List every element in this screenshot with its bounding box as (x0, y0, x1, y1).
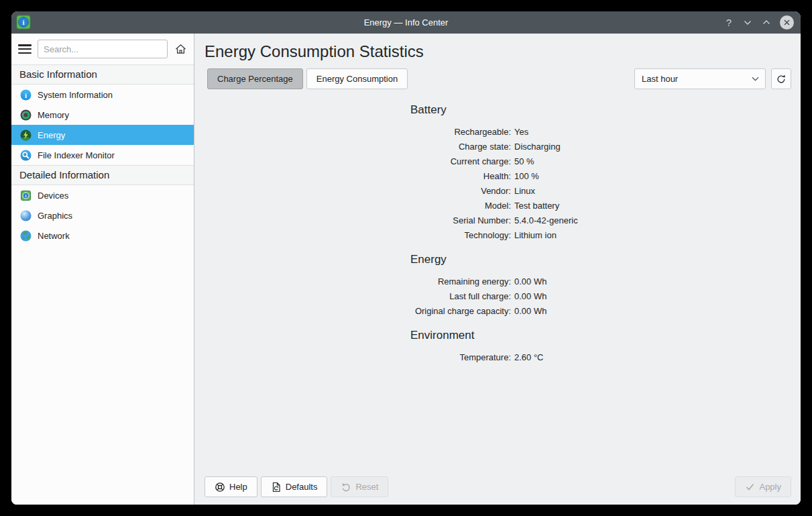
apply-button[interactable]: Apply (735, 476, 791, 497)
info-value: 50 % (514, 154, 801, 169)
info-row: Model: Test battery (194, 199, 801, 213)
info-label: Last full charge: (194, 289, 511, 304)
info-row: Technology: Lithium ion (194, 228, 801, 243)
memory-icon (20, 109, 32, 121)
battery-section: Battery Rechargeable: Yes Charge state: … (194, 103, 801, 243)
help-button[interactable]: Help (205, 476, 257, 497)
info-row: Temperature: 2.60 °C (194, 350, 801, 365)
info-value: Yes (514, 125, 801, 140)
sidebar-item-system-information[interactable]: i System Information (11, 85, 194, 105)
info-row: Rechargeable: Yes (194, 125, 801, 140)
view-toggle-group: Charge Percentage Energy Consumption (207, 68, 408, 89)
info-row: Remaining energy: 0.00 Wh (194, 274, 801, 289)
info-row: Charge state: Discharging (194, 140, 801, 154)
section-title: Energy (410, 253, 801, 266)
main-panel: Energy Consumption Statistics Charge Per… (194, 34, 801, 505)
info-label: Health: (194, 169, 511, 184)
svg-text:i: i (22, 18, 24, 26)
system-information-icon: i (20, 89, 32, 101)
sidebar-item-label: Memory (38, 110, 69, 120)
checkmark-icon (745, 482, 755, 492)
energy-consumption-button[interactable]: Energy Consumption (306, 68, 408, 89)
section-title: Battery (410, 103, 801, 117)
sidebar-item-label: File Indexer Monitor (38, 150, 115, 160)
titlebar-help-button[interactable]: ? (723, 16, 734, 30)
menu-button[interactable] (18, 44, 32, 54)
info-label: Model: (194, 199, 511, 213)
sidebar-item-file-indexer-monitor[interactable]: File Indexer Monitor (11, 145, 194, 165)
toolbar: Charge Percentage Energy Consumption Las… (205, 68, 791, 89)
info-label: Serial Number: (194, 213, 511, 228)
sidebar-item-label: Network (38, 231, 70, 241)
info-label: Temperature: (194, 350, 511, 365)
sidebar-section-basic-information: Basic Information (11, 64, 194, 85)
sidebar: Basic Information i System Information (11, 34, 194, 505)
sidebar-item-label: System Information (38, 90, 113, 100)
sidebar-item-graphics[interactable]: Graphics (11, 205, 194, 225)
energy-icon (20, 130, 32, 141)
info-value: Linux (514, 184, 801, 199)
search-input[interactable] (38, 40, 168, 58)
info-center-window: i Energy — Info Center ? (11, 11, 801, 505)
info-row: Original charge capacity: 0.00 Wh (194, 304, 801, 319)
info-value: 2.60 °C (514, 350, 801, 365)
energy-section: Energy Remaining energy: 0.00 Wh Last fu… (194, 253, 801, 319)
home-button[interactable] (174, 42, 187, 56)
window-title: Energy — Info Center (364, 17, 449, 28)
info-label: Charge state: (194, 140, 511, 154)
svg-text:i: i (25, 193, 27, 198)
graphics-icon (20, 210, 32, 221)
chevron-down-icon (752, 76, 759, 81)
info-row: Last full charge: 0.00 Wh (194, 289, 801, 304)
info-label: Original charge capacity: (194, 304, 511, 319)
sidebar-item-memory[interactable]: Memory (11, 105, 194, 125)
chevron-up-icon (762, 19, 770, 26)
file-indexer-icon (20, 150, 32, 161)
info-label: Rechargeable: (194, 125, 511, 140)
home-icon (174, 43, 187, 55)
reset-button[interactable]: Reset (331, 476, 388, 497)
help-label: Help (229, 482, 247, 492)
defaults-icon (271, 482, 282, 493)
minimize-button[interactable] (742, 16, 753, 30)
sidebar-item-network[interactable]: Network (11, 225, 194, 246)
info-row: Vendor: Linux (194, 184, 801, 199)
titlebar[interactable]: i Energy — Info Center ? (11, 11, 801, 34)
section-title: Environment (410, 329, 801, 342)
info-value: 0.00 Wh (514, 304, 801, 319)
defaults-button[interactable]: Defaults (261, 476, 328, 497)
info-row: Current charge: 50 % (194, 154, 801, 169)
reset-label: Reset (355, 482, 378, 492)
reset-icon (341, 482, 351, 493)
info-label: Remaining energy: (194, 274, 511, 289)
sidebar-section-detailed-information: Detailed Information (11, 165, 194, 185)
network-icon (20, 230, 32, 242)
refresh-icon (776, 74, 787, 85)
info-value: 0.00 Wh (514, 274, 801, 289)
timespan-select-value: Last hour (642, 74, 678, 84)
timespan-select[interactable]: Last hour (634, 68, 766, 89)
defaults-label: Defaults (286, 482, 318, 492)
info-row: Health: 100 % (194, 169, 801, 184)
info-content: Battery Rechargeable: Yes Charge state: … (194, 89, 801, 476)
chevron-down-icon (744, 19, 752, 26)
sidebar-item-energy[interactable]: Energy (11, 125, 194, 145)
info-value: 0.00 Wh (514, 289, 801, 304)
apply-label: Apply (759, 482, 781, 492)
sidebar-item-devices[interactable]: i Devices (11, 185, 194, 205)
charge-percentage-button[interactable]: Charge Percentage (207, 68, 303, 89)
info-label: Current charge: (194, 154, 511, 169)
info-center-app-icon: i (16, 15, 31, 30)
close-button[interactable] (780, 15, 794, 30)
close-icon (783, 19, 791, 26)
refresh-button[interactable] (771, 68, 791, 89)
info-value: 5.4.0-42-generic (514, 213, 801, 228)
devices-icon: i (20, 190, 32, 201)
info-value: 100 % (514, 169, 801, 184)
maximize-button[interactable] (761, 16, 772, 30)
info-row: Serial Number: 5.4.0-42-generic (194, 213, 801, 228)
sidebar-item-label: Devices (38, 191, 68, 201)
environment-section: Environment Temperature: 2.60 °C (194, 329, 801, 365)
info-value: Lithium ion (514, 228, 801, 243)
page-title: Energy Consumption Statistics (205, 42, 801, 62)
